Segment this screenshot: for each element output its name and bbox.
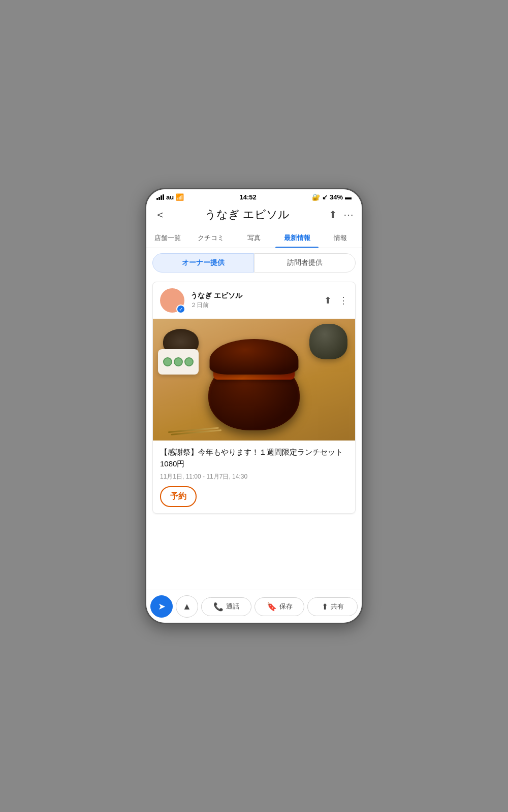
signal-bars [156,194,164,200]
header: ＜ うなぎ エビソル ⬆ ⋯ [146,203,362,228]
post-actions: ⬆ ⋮ [324,295,348,306]
post-header: ✓ うなぎ エビソル ２日前 ⬆ ⋮ [153,282,355,319]
cucumber-2 [174,357,183,366]
small-dish [158,349,199,375]
avatar-wrap: ✓ [160,288,184,313]
share-label: 共有 [331,602,344,611]
toggle-row: オーナー提供 訪問者提供 [146,248,362,278]
save-label: 保存 [279,602,293,611]
bowl-scene [153,319,355,441]
post-title: 【感謝祭】今年もやります！１週間限定ランチセット1080円 [160,447,348,469]
phone-frame: au 📶 14:52 🔐 ↙ 34% ▬ ＜ うなぎ エビソル ⬆ ⋯ 店舗一覧… [145,188,363,624]
share-icon[interactable]: ⬆ [329,209,337,221]
tab-bar: 店舗一覧 クチコミ 写真 最新情報 情報 [146,228,362,248]
bottom-bar: ➤ ▲ 📞 通話 🔖 保存 ⬆ 共有 [146,590,362,623]
post-card: ✓ うなぎ エビソル ２日前 ⬆ ⋮ [152,282,356,514]
back-button[interactable]: ＜ [154,207,166,222]
post-meta: うなぎ エビソル ２日前 [190,291,318,310]
carrier-label: au [166,193,174,201]
status-left: au 📶 [156,193,184,201]
call-icon: 📞 [213,602,224,612]
post-body: 【感謝祭】今年もやります！１週間限定ランチセット1080円 11月1日, 11:… [153,441,355,513]
post-image [153,319,355,441]
battery-label: 34% [330,193,343,201]
post-share-icon[interactable]: ⬆ [324,295,332,306]
save-button[interactable]: 🔖 保存 [255,597,305,616]
reserve-button[interactable]: 予約 [160,486,197,507]
save-icon: 🔖 [267,602,277,612]
status-right: 🔐 ↙ 34% ▬ [312,193,352,201]
tab-reviews[interactable]: クチコミ [189,228,233,248]
post-author-name: うなぎ エビソル [190,291,318,300]
tab-info[interactable]: 情報 [319,228,362,248]
status-bar: au 📶 14:52 🔐 ↙ 34% ▬ [146,189,362,203]
tab-store-list[interactable]: 店舗一覧 [146,228,189,248]
more-icon[interactable]: ⋯ [343,209,354,221]
directions-icon: ➤ [158,601,166,612]
post-more-icon[interactable]: ⋮ [339,295,348,306]
nav-icon: ▲ [182,601,192,612]
share-icon: ⬆ [322,602,328,612]
call-label: 通話 [226,602,239,611]
tab-latest[interactable]: 最新情報 [275,228,319,248]
header-actions: ⬆ ⋯ [329,209,354,221]
post-date: 11月1日, 11:00 - 11月7日, 14:30 [160,472,348,481]
share-button[interactable]: ⬆ 共有 [307,597,358,616]
cucumber-1 [163,357,172,366]
page-title: うなぎ エビソル [172,207,323,222]
call-button[interactable]: 📞 通話 [201,597,251,616]
navigation-button[interactable]: ▲ [176,595,198,618]
tab-photos[interactable]: 写真 [233,228,276,248]
post-time: ２日前 [190,301,318,310]
verified-badge: ✓ [176,304,185,314]
location-icon: ↙ [322,193,328,201]
owner-toggle[interactable]: オーナー提供 [152,253,254,273]
visitor-toggle[interactable]: 訪問者提供 [254,253,356,273]
status-time: 14:52 [239,193,256,201]
battery-icon: ▬ [345,193,352,201]
wifi-icon: 📶 [176,193,184,201]
cucumber-3 [184,357,194,366]
directions-button[interactable]: ➤ [150,595,173,618]
orientation-icon: 🔐 [312,193,320,201]
teapot [309,324,347,359]
